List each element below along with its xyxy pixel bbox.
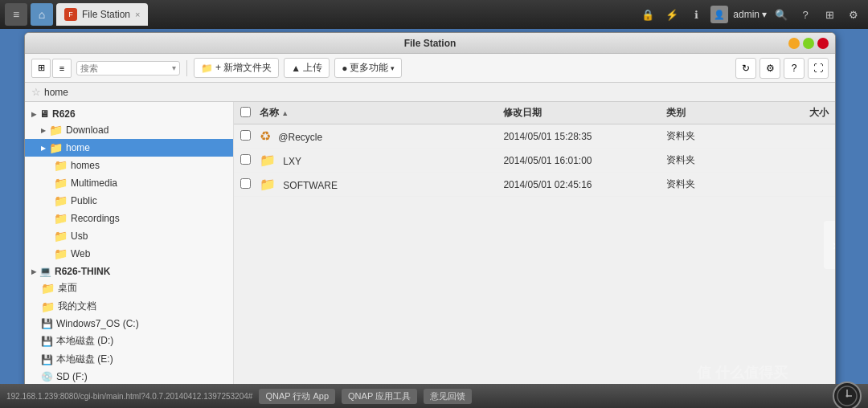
- public-folder-icon: 📁: [54, 194, 68, 207]
- grid-view-button[interactable]: ⊞: [31, 59, 51, 78]
- diskd-label: 本地磁盘 (D:): [56, 334, 113, 348]
- list-view-button[interactable]: ≡: [52, 59, 72, 78]
- sidebar-item-usb[interactable]: 📁 Usb: [25, 227, 233, 245]
- download-folder-icon: 📁: [49, 124, 63, 137]
- mydocs-folder-icon: 📁: [41, 300, 55, 313]
- sidebar-section-think[interactable]: ▶ 💻 R626-THINK: [25, 263, 233, 279]
- search-icon[interactable]: 🔍: [772, 5, 791, 24]
- sidebar-item-desktop[interactable]: 📁 桌面: [25, 279, 233, 297]
- lxy-folder-icon: 📁: [260, 153, 276, 167]
- row-check-3[interactable]: [240, 178, 260, 191]
- multimedia-folder-icon: 📁: [54, 177, 68, 190]
- recordings-label: Recordings: [71, 213, 120, 224]
- file-name-3: SOFTWARE: [283, 180, 338, 191]
- close-button[interactable]: [817, 38, 829, 49]
- upload-button[interactable]: ▲ 上传: [284, 58, 330, 78]
- minimize-button[interactable]: [788, 38, 800, 49]
- feedback-button[interactable]: 意见回馈: [424, 389, 472, 404]
- fullscreen-icon: ⛶: [813, 63, 823, 74]
- header-name[interactable]: 名称 ▲: [260, 106, 503, 120]
- window-controls: [788, 38, 829, 49]
- new-folder-button[interactable]: 📁 + 新增文件夹: [194, 58, 279, 78]
- sidebar-item-home[interactable]: ▶ 📁 home: [25, 139, 233, 157]
- row-checkbox-1[interactable]: [240, 130, 251, 141]
- row-check-1[interactable]: [240, 130, 260, 143]
- sidebar-item-diskd[interactable]: 💾 本地磁盘 (D:): [25, 332, 233, 350]
- select-all-checkbox[interactable]: [240, 107, 251, 117]
- user-dropdown-icon: ▾: [762, 9, 767, 20]
- header-check[interactable]: [240, 107, 260, 120]
- recordings-folder-icon: 📁: [54, 212, 68, 225]
- row-check-2[interactable]: [240, 154, 260, 167]
- sidebar-item-diske[interactable]: 💾 本地磁盘 (E:): [25, 350, 233, 369]
- table-row[interactable]: 📁 LXY 2014/05/01 16:01:00 资料夹: [234, 149, 835, 173]
- grid-icon[interactable]: ⊞: [820, 5, 839, 24]
- row-name-2: 📁 LXY: [260, 153, 503, 168]
- web-label: Web: [71, 248, 90, 259]
- row-type-2: 资料夹: [666, 153, 747, 167]
- svg-point-3: [846, 395, 849, 398]
- header-type[interactable]: 类别: [666, 106, 747, 120]
- r626-icon: 🖥: [39, 108, 49, 120]
- taskbar: ≡ ⌂ F File Station × 🔒 ⚡ ℹ 👤 admin ▾ 🔍 ?…: [0, 0, 868, 29]
- lock-icon[interactable]: 🔒: [638, 5, 657, 24]
- table-row[interactable]: ♻ @Recycle 2014/05/01 15:28:35 资料夹: [234, 124, 835, 149]
- sidebar-item-public[interactable]: 📁 Public: [25, 192, 233, 210]
- search-input[interactable]: [80, 63, 169, 73]
- sidebar-item-mydocs[interactable]: 📁 我的文档: [25, 297, 233, 316]
- homes-folder-icon: 📁: [54, 159, 68, 172]
- file-station-tab-icon: F: [64, 8, 77, 21]
- qnap-tools-button[interactable]: QNAP 应用工具: [342, 389, 417, 404]
- home-button[interactable]: ⌂: [31, 3, 53, 26]
- new-folder-icon: 📁: [201, 63, 213, 74]
- row-type-1: 资料夹: [666, 129, 747, 143]
- home-label: home: [66, 142, 90, 153]
- fullscreen-button[interactable]: ⛶: [808, 58, 829, 79]
- sidebar-item-sdf[interactable]: 💿 SD (F:): [25, 369, 233, 385]
- public-label: Public: [71, 195, 97, 206]
- sort-arrow: ▲: [281, 109, 289, 117]
- settings-button[interactable]: ⚙: [760, 58, 780, 79]
- help-icon[interactable]: ?: [796, 5, 815, 24]
- tab-close-button[interactable]: ×: [135, 10, 140, 19]
- usb-folder-icon: 📁: [54, 230, 68, 243]
- desktop-label: 桌面: [58, 281, 77, 295]
- header-date[interactable]: 修改日期: [503, 106, 665, 120]
- header-size[interactable]: 大小: [747, 106, 829, 120]
- search-box: ▾: [76, 61, 180, 75]
- network-icon[interactable]: ⚡: [662, 5, 682, 24]
- file-station-tab[interactable]: F File Station ×: [56, 3, 148, 26]
- think-expand-icon: ▶: [31, 268, 36, 275]
- sidebar-section-r626[interactable]: ▶ 🖥 R626: [25, 105, 233, 121]
- sidebar-item-win7[interactable]: 💾 Windows7_OS (C:): [25, 316, 233, 332]
- grid-view-icon: ⊞: [38, 63, 45, 73]
- refresh-button[interactable]: ↻: [735, 58, 756, 79]
- settings-icon[interactable]: ⚙: [844, 5, 863, 24]
- user-menu[interactable]: admin ▾: [733, 9, 767, 20]
- sidebar-item-homes[interactable]: 📁 homes: [25, 157, 233, 174]
- row-date-1: 2014/05/01 15:28:35: [503, 131, 665, 142]
- win7-label: Windows7_OS (C:): [56, 318, 139, 329]
- bookmark-icon[interactable]: ☆: [31, 86, 41, 98]
- row-checkbox-3[interactable]: [240, 178, 251, 189]
- desktop: File Station ⊞ ≡ ▾: [0, 29, 868, 384]
- info-icon[interactable]: ℹ: [686, 5, 706, 24]
- more-functions-button[interactable]: ● 更多功能 ▾: [334, 58, 402, 78]
- diske-label: 本地磁盘 (E:): [56, 353, 113, 366]
- sidebar-item-multimedia[interactable]: 📁 Multimedia: [25, 174, 233, 192]
- qnap-mobile-app-button[interactable]: QNAP 行动 App: [259, 389, 335, 404]
- maximize-button[interactable]: [803, 38, 814, 49]
- home-expand-icon: ▶: [41, 145, 46, 152]
- search-dropdown-icon[interactable]: ▾: [172, 63, 176, 72]
- usb-label: Usb: [71, 231, 88, 242]
- row-checkbox-2[interactable]: [240, 154, 251, 165]
- sidebar-collapse-button[interactable]: ›: [824, 221, 836, 269]
- sidebar-item-recordings[interactable]: 📁 Recordings: [25, 210, 233, 227]
- menu-button[interactable]: ≡: [5, 3, 27, 26]
- help-button[interactable]: ?: [784, 58, 805, 79]
- table-row[interactable]: 📁 SOFTWARE 2014/05/01 02:45:16 资料夹: [234, 173, 835, 197]
- row-date-2: 2014/05/01 16:01:00: [503, 155, 665, 166]
- sidebar-item-web[interactable]: 📁 Web: [25, 245, 233, 263]
- sidebar-item-download[interactable]: ▶ 📁 Download: [25, 121, 233, 139]
- download-label: Download: [66, 124, 108, 136]
